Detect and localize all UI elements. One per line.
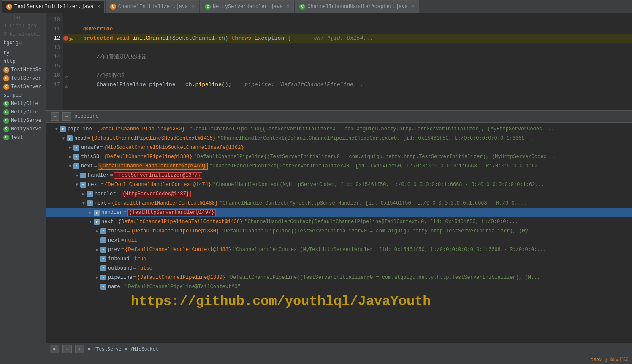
field-ref-hsc: {HttpServerCodec@1487} [121, 191, 191, 197]
sidebar-item-jar[interactable]: ...jar [0, 13, 46, 22]
field-name-prev: prev [108, 247, 120, 253]
expand-handler-tssi[interactable]: ▶ [73, 172, 80, 179]
tree-row-pipeline-nested[interactable]: ▶ f pipeline = {DefaultChannelPipeline@1… [46, 273, 632, 282]
expand-prev[interactable]: ▶ [94, 246, 100, 253]
field-name-next-1488: next [95, 200, 107, 206]
field-ref-pipeline: {DefaultChannelPipeline@1380} [97, 126, 185, 132]
expand-handler-hsc[interactable]: ▶ [80, 191, 87, 197]
expand-next-1488[interactable]: ▼ [80, 200, 87, 207]
tree-row-head[interactable]: ▼ f head = {DefaultChannelPipeline$HeadC… [46, 134, 632, 143]
field-name-pipeline-nested: pipeline [108, 275, 133, 280]
tree-row-next-tailcontext[interactable]: ▼ f next = {DefaultChannelPipeline$TailC… [46, 217, 632, 226]
field-ref-head: {DefaultChannelPipeline$HeadContext@1435… [91, 135, 216, 141]
tree-row-outbound[interactable]: ▶ f outbound = false [46, 264, 632, 273]
tree-row-next-null[interactable]: ▶ f next = null [46, 236, 632, 245]
tree-row-next-1469[interactable]: ▼ f next = {DefaultChannelHandlerContext… [46, 162, 632, 171]
sidebar-item-http[interactable]: http [0, 57, 46, 66]
field-icon-inbound: f [100, 256, 106, 262]
sidebar-item-nettyclient1[interactable]: C NettyClie [0, 100, 46, 108]
field-val-next-1469: "ChannelHandlerContext(TestServerInitial… [209, 163, 547, 169]
tree-row-next-1488[interactable]: ▼ f next = {DefaultChannelHandlerContext… [46, 199, 632, 208]
sidebar-item-test[interactable]: C Test [0, 133, 46, 142]
tree-row-inbound[interactable]: ▶ f inbound = true [46, 254, 632, 264]
code-line-15 [63, 62, 632, 71]
line-numbers: 10 11 12 ⮞ 13 14 15 16 ◇ 17 ⚠ [46, 13, 63, 110]
field-ref-prev: {DefaultChannelHandlerContext@1488} [125, 247, 231, 253]
sidebar-item-testserver1[interactable]: C TestServer [0, 74, 46, 83]
tree-row-handler-hsc[interactable]: ▶ f handler = {HttpServerCodec@1487} [46, 189, 632, 199]
tab-label-4: ChannelInboundHandlerAdapter.java [307, 4, 408, 10]
status-bar: CSDN @ 敲克日记 [0, 355, 632, 364]
code-line-10 [63, 15, 632, 24]
field-name-next-tailcontext: next [101, 219, 114, 225]
sidebar-label-nettyclient1: NettyClie [11, 101, 38, 107]
tab-close-4[interactable]: × [412, 4, 415, 9]
expand-handler-thsh[interactable]: ▶ [87, 209, 94, 216]
expand-this0-tail[interactable]: ▶ [94, 228, 100, 235]
debug-tree: ▼ f pipeline = {DefaultChannelPipeline@1… [46, 123, 632, 293]
tree-row-unsafe[interactable]: ▶ f unsafe = {NioSocketChannel$NioSocket… [46, 143, 632, 152]
field-ref-this0-tail: {DefaultChannelPipeline@1380} [131, 228, 219, 234]
sidebar-item-nettyserve1[interactable]: C NettyServe [0, 116, 46, 125]
sidebar-item-testhttpse[interactable]: C TestHttpSe [0, 66, 46, 74]
field-val-next-1474: "ChannelHandlerContext(MyHttpServerCodec… [213, 182, 544, 188]
line-11: 11 [46, 24, 60, 34]
sidebar-item-simple[interactable]: simple [0, 91, 46, 100]
tab-channelinitializer[interactable]: C ChannelInitializer.java × [106, 0, 199, 13]
tree-row-this0-tail[interactable]: ▶ f this$0 = {DefaultChannelPipeline@138… [46, 226, 632, 236]
expand-head[interactable]: ▼ [60, 135, 67, 142]
sidebar-label-nettyserve1: NettyServe [11, 118, 41, 124]
expand-pipeline[interactable]: ▼ [53, 126, 60, 132]
tab-icon-3: C [205, 4, 211, 10]
field-name-outbound: outbound [108, 265, 133, 271]
tree-row-pipeline[interactable]: ▼ f pipeline = {DefaultChannelPipeline@1… [46, 124, 632, 134]
field-icon-this0-head: f [73, 154, 79, 160]
expand-next-1469[interactable]: ▼ [67, 163, 73, 170]
sidebar-item-sources[interactable]: 0.Final-sources.jar [0, 30, 46, 39]
bottom-tree-item-1[interactable]: = {TestServe [88, 346, 121, 352]
tree-row-handler-tssi[interactable]: ▶ f handler = {TestServerInitializer@137… [46, 171, 632, 180]
tab-close-2[interactable]: × [192, 4, 195, 9]
expand-pipeline-nested[interactable]: ▶ [94, 274, 100, 281]
expand-next-tailcontext[interactable]: ▼ [87, 218, 94, 225]
sidebar-item-javadoc[interactable]: 0.Final-javadoc.jar [0, 22, 46, 30]
sidebar-item-nettyclient2[interactable]: C NettyClie [0, 108, 46, 116]
sidebar-item-tguigu[interactable]: tguigu [0, 39, 46, 47]
debug-forward-btn[interactable]: → [62, 112, 71, 121]
tree-row-handler-thsh[interactable]: ▶ f handler = {TestHttpServerHandler@149… [46, 208, 632, 217]
tab-close-3[interactable]: × [287, 4, 290, 9]
sidebar-label-nettyclient2: NettyClie [11, 109, 38, 115]
sidebar-item-testserver2[interactable]: C TestServer [0, 83, 46, 91]
tab-nettyserverhandler[interactable]: C NettyServerHandler.java × [200, 0, 294, 13]
tab-channelinboundhandleradapter[interactable]: C ChannelInboundHandlerAdapter.java × [295, 0, 419, 13]
field-icon-handler-thsh: f [94, 210, 100, 216]
bottom-btn-2[interactable]: ↓ [62, 345, 72, 353]
sidebar-icon-7: C [3, 126, 9, 132]
sidebar-item-nettyserve2[interactable]: C NettyServe [0, 125, 46, 133]
field-icon-head: f [67, 135, 73, 141]
tab-testserverinitializer[interactable]: C TestServerInitializer.java × [2, 0, 105, 13]
sidebar-icon-2: C [3, 75, 9, 81]
field-icon-next-1469: f [73, 163, 79, 169]
bottom-btn-3[interactable]: ↑ [75, 345, 84, 353]
tree-row-prev[interactable]: ▶ f prev = {DefaultChannelHandlerContext… [46, 245, 632, 254]
expand-this0-head[interactable]: ▶ [67, 154, 73, 160]
tab-label-2: ChannelInitializer.java [118, 4, 188, 10]
field-name-name: name [108, 284, 120, 290]
expand-unsafe[interactable]: ▶ [67, 144, 73, 151]
tree-row-this0-head[interactable]: ▶ f this$0 = {DefaultChannelPipeline@138… [46, 152, 632, 162]
tab-close-1[interactable]: × [97, 4, 100, 9]
sidebar-label-nettyserve2: NettyServe [11, 126, 41, 132]
code-line-17: ChannelPipeline pipeline = ch.pipeline()… [63, 80, 632, 89]
tree-row-name[interactable]: ▶ f name = "DefaultChannelPipeline$TailC… [46, 282, 632, 291]
bottom-btn-1[interactable]: ≡ [50, 345, 59, 353]
field-icon-pipeline-nested: f [100, 275, 106, 280]
sidebar-icon-1: C [3, 67, 9, 73]
debug-back-btn[interactable]: ← [51, 112, 59, 121]
sidebar-item-ty[interactable]: ty [0, 49, 46, 57]
bottom-tree-item-2[interactable]: = {NioSocket [125, 346, 158, 352]
tree-row-next-1474[interactable]: ▼ f next = {DefaultChannelHandlerContext… [46, 180, 632, 189]
field-val-next-1488: "ChannelHandlerContext(MyTestHttpServerH… [220, 200, 526, 206]
expand-next-1474[interactable]: ▼ [73, 181, 80, 188]
line-10: 10 [46, 15, 60, 24]
